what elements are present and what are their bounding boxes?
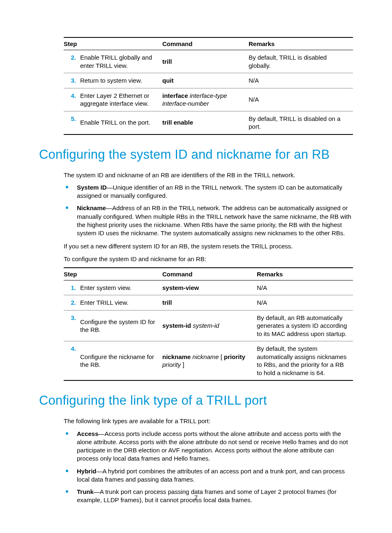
list-item: System ID—Unique identifier of an RB in … [64,183,353,200]
bullet-text: —A hybrid port combines the attributes o… [77,468,345,483]
step-number: 4. [64,88,80,111]
step-command: quit [162,73,249,88]
bullet-icon [66,490,68,493]
step-command: trill [162,50,249,73]
step-number: 5. [64,111,80,134]
step-command: trill enable [162,111,249,134]
step-number: 2. [64,295,80,311]
section1-body: The system ID and nickname of an RB are … [64,171,353,263]
table-row: 4.Enter Layer 2 Ethernet or aggregate in… [64,88,353,111]
page-number: 7 [0,494,392,501]
bullet-icon [66,186,68,188]
step-remarks: By default, TRILL is disabled globally. [249,50,353,73]
table-row: 2.Enter TRILL view.trillN/A [64,295,353,311]
section2-body: The following link types are available f… [64,417,353,504]
table-row: 2.Enable TRILL globally and enter TRILL … [64,50,353,73]
t1-header-remarks: Remarks [249,37,353,50]
section1-p3: To configure the system ID and nickname … [64,255,353,263]
bullet-label: Hybrid [77,468,97,475]
heading-link-type: Configuring the link type of a TRILL por… [39,393,353,408]
section1-bullets: System ID—Unique identifier of an RB in … [64,183,353,238]
section1-intro: The system ID and nickname of an RB are … [64,171,353,179]
step-remarks: N/A [249,88,353,111]
t1-body: 2.Enable TRILL globally and enter TRILL … [64,50,353,134]
step-description: Enable TRILL on the port. [80,111,162,134]
step-number: 3. [64,73,80,88]
bullet-text: —Unique identifier of an RB in the TRILL… [77,184,342,199]
t1-header-command: Command [162,37,249,50]
step-remarks: N/A [257,280,353,295]
step-remarks: By default, the system automatically ass… [257,341,353,381]
step-description: Configure the system ID for the RB. [80,310,162,341]
bullet-label: Access [77,430,99,437]
list-item: Hybrid—A hybrid port combines the attrib… [64,467,353,484]
t2-body: 1.Enter system view.system-viewN/A2.Ente… [64,280,353,380]
bullet-label: Nickname [77,204,106,211]
heading-system-id-nickname: Configuring the system ID and nickname f… [39,147,353,162]
step-description: Enter system view. [80,280,162,295]
list-item: Nickname—Address of an RB in the TRILL n… [64,204,353,237]
page: Step Command Remarks 2.Enable TRILL glob… [0,0,392,505]
step-command: trill [162,295,257,311]
step-remarks: N/A [249,73,353,88]
steps-table-1: Step Command Remarks 2.Enable TRILL glob… [64,37,353,135]
step-command: system-view [162,280,257,295]
step-description: Enable TRILL globally and enter TRILL vi… [80,50,162,73]
section2-bullets: Access—Access ports include access ports… [64,430,353,505]
step-remarks: By default, TRILL is disabled on a port. [249,111,353,134]
step-remarks: N/A [257,295,353,311]
step-number: 4. [64,341,80,381]
bullet-icon [66,470,68,472]
bullet-icon [66,432,68,435]
step-description: Return to system view. [80,73,162,88]
step-command: nickname nickname [ priority priority ] [162,341,257,381]
steps-table-2: Step Command Remarks 1.Enter system view… [64,267,353,381]
step-command: interface interface-type interface-numbe… [162,88,249,111]
bullet-text: —Access ports include access ports witho… [77,430,348,462]
list-item: Access—Access ports include access ports… [64,430,353,463]
t1-header-step: Step [64,37,162,50]
t2-header-remarks: Remarks [257,268,353,280]
section2-intro: The following link types are available f… [64,417,353,425]
table-row: 3.Return to system view.quitN/A [64,73,353,88]
t2-header-command: Command [162,268,257,280]
table-row: 3.Configure the system ID for the RB.sys… [64,310,353,341]
t2-header-step: Step [64,268,162,280]
table-row: 1.Enter system view.system-viewN/A [64,280,353,295]
step-number: 2. [64,50,80,73]
section1-p2: If you set a new different system ID for… [64,242,353,250]
bullet-label: System ID [77,184,107,191]
bullet-icon [66,206,68,209]
step-description: Enter TRILL view. [80,295,162,311]
table-row: 4.Configure the nickname for the RB.nick… [64,341,353,381]
bullet-text: —Address of an RB in the TRILL network. … [77,204,351,236]
step-number: 3. [64,310,80,341]
step-description: Enter Layer 2 Ethernet or aggregate inte… [80,88,162,111]
step-number: 1. [64,280,80,295]
step-command: system-id system-id [162,310,257,341]
step-remarks: By default, an RB automatically generate… [257,310,353,341]
step-description: Configure the nickname for the RB. [80,341,162,381]
table-row: 5.Enable TRILL on the port.trill enableB… [64,111,353,134]
